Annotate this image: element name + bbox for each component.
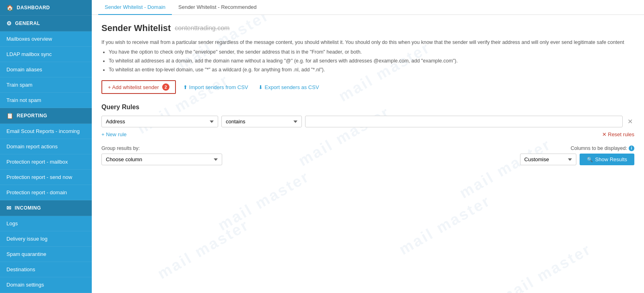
info-icon[interactable]: i [629,145,634,151]
customise-select[interactable]: Customise Default All [520,154,576,165]
sidebar-item-train-spam[interactable]: Train spam [0,77,92,93]
reporting-icon: 📋 [6,112,14,119]
group-results-label: Group results by: [101,145,222,151]
sidebar: 🏠 Dashboard ⚙ General Mailboxes overview… [0,0,92,293]
download-icon: ⬇ [258,84,263,90]
query-value-input[interactable] [305,116,623,127]
columns-label: Columns to be displayed: i [571,145,634,151]
columns-right-row: Customise Default All 🔍 Show Results [520,154,634,165]
address-select[interactable]: Address Envelope Sender From Header Both [101,116,218,127]
sidebar-item-general[interactable]: ⚙ General [0,16,92,31]
info-box: If you wish to receive mail from a parti… [101,38,634,74]
domain-label: contenttrading.com [175,25,229,32]
query-rules-title: Query Rules [101,104,634,111]
remove-rule-button[interactable]: ✕ [626,116,634,127]
sidebar-item-domain-report-actions[interactable]: Domain report actions [0,139,92,154]
rules-footer: + New rule ✕ Reset rules [101,131,634,137]
general-icon: ⚙ [6,20,12,27]
sidebar-item-logs[interactable]: Logs [0,216,92,231]
sidebar-item-reporting-header[interactable]: 📋 Reporting [0,108,92,124]
sidebar-item-protection-report-mailbox[interactable]: Protection report - mailbox [0,154,92,170]
sidebar-item-mailboxes-overview[interactable]: Mailboxes overview [0,31,92,47]
sidebar-item-spam-quarantine[interactable]: Spam quarantine [0,247,92,262]
sidebar-item-incoming-header[interactable]: ✉ Incoming [0,200,92,216]
columns-group: Columns to be displayed: i Customise Def… [520,145,634,165]
group-results-group: Group results by: Choose column Address … [101,145,222,165]
sidebar-item-delivery-issue-log[interactable]: Delivery issue log [0,231,92,247]
import-csv-button[interactable]: ⬆ Import senders from CSV [180,83,252,92]
filter-row: Group results by: Choose column Address … [101,145,634,165]
content-area: mail master mail master mail master mail… [92,15,644,293]
info-bullet-1: You have the option to check only the "e… [109,48,634,56]
search-icon: 🔍 [587,157,593,162]
page-title: Sender Whitelist contenttrading.com [101,23,634,33]
sidebar-item-ldap-mailbox-sync[interactable]: LDAP mailbox sync [0,47,92,62]
sidebar-item-train-not-spam[interactable]: Train not spam [0,93,92,108]
incoming-icon: ✉ [6,205,12,211]
tab-sender-whitelist-recommended[interactable]: Sender Whitelist - Recommended [172,0,263,15]
info-bullet-2: To whitelist all addresses at a domain, … [109,57,634,65]
query-rule-row: Address Envelope Sender From Header Both… [101,116,634,127]
sidebar-item-email-scout-reports[interactable]: Email Scout Reports - incoming [0,124,92,139]
sidebar-item-domain-settings[interactable]: Domain settings [0,277,92,293]
sidebar-item-destinations[interactable]: Destinations [0,262,92,277]
info-bullet-3: To whitelist an entire top-level domain,… [109,66,634,74]
sidebar-item-dashboard[interactable]: 🏠 Dashboard [0,0,92,16]
new-rule-button[interactable]: + New rule [101,131,127,137]
badge-count: 2 [162,83,169,91]
info-list: You have the option to check only the "e… [101,48,634,74]
tabs-bar: Sender Whitelist - Domain Sender Whiteli… [92,0,644,15]
export-csv-button[interactable]: ⬇ Export senders as CSV [255,83,322,92]
condition-select[interactable]: contains equals starts with ends with [221,116,302,127]
content-inner: Sender Whitelist contenttrading.com If y… [101,23,634,165]
show-results-button[interactable]: 🔍 Show Results [580,154,634,165]
main-content: Sender Whitelist - Domain Sender Whiteli… [92,0,644,293]
group-results-select[interactable]: Choose column Address Date Status [101,154,222,165]
action-buttons: + Add whitelist sender 2 ⬆ Import sender… [101,80,634,94]
sidebar-item-domain-aliases[interactable]: Domain aliases [0,62,92,77]
sidebar-item-protection-report-send-now[interactable]: Protection report - send now [0,170,92,185]
sidebar-item-protection-report-domain[interactable]: Protection report - domain [0,185,92,200]
reset-rules-button[interactable]: ✕ Reset rules [602,131,634,137]
tab-sender-whitelist-domain[interactable]: Sender Whitelist - Domain [98,0,172,15]
dashboard-icon: 🏠 [6,4,14,11]
add-whitelist-button[interactable]: + Add whitelist sender 2 [101,80,176,94]
upload-icon: ⬆ [183,84,188,90]
